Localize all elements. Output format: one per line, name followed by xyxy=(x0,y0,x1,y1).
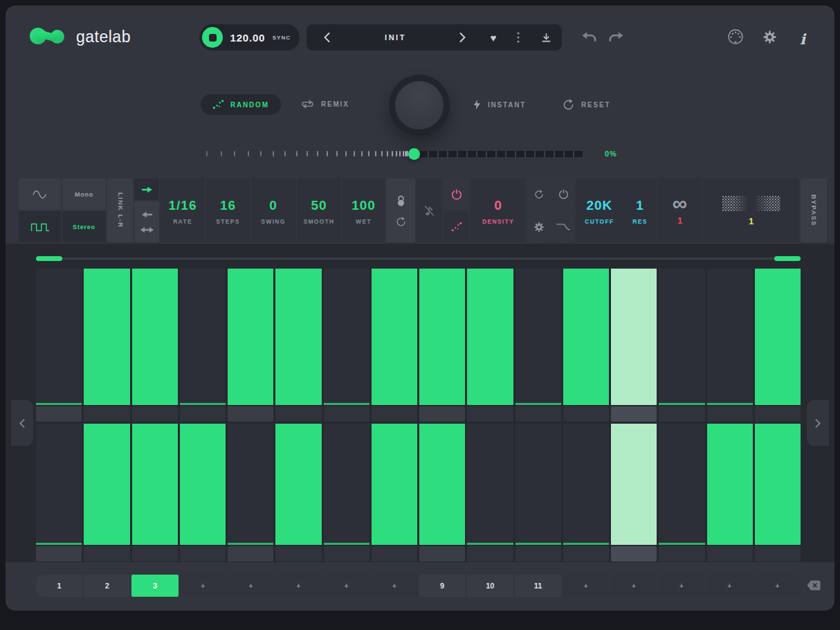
step-cell-right-channel-13[interactable] xyxy=(611,424,657,545)
step-length-box-left-channel-8[interactable] xyxy=(372,406,417,422)
undo-icon[interactable] xyxy=(581,31,596,42)
step-cell-left-channel-2[interactable] xyxy=(84,269,129,405)
direction-forward-button[interactable] xyxy=(134,179,159,200)
add-pattern-button-8[interactable]: + xyxy=(371,575,417,597)
step-length-box-right-channel-3[interactable] xyxy=(132,546,178,561)
step-length-box-left-channel-5[interactable] xyxy=(228,406,273,422)
step-length-box-right-channel-9[interactable] xyxy=(419,546,465,561)
step-cell-right-channel-5[interactable] xyxy=(228,424,273,545)
filter-type-button[interactable] xyxy=(552,211,574,242)
pattern-button-2[interactable]: 2 xyxy=(84,575,130,597)
arrow-left-icon[interactable] xyxy=(141,211,153,218)
density-control[interactable]: 0 DENSITY xyxy=(471,179,526,242)
random-amount-track[interactable] xyxy=(419,151,583,157)
cutoff-control[interactable]: 20K CUTOFF xyxy=(585,197,614,225)
add-pattern-button-13[interactable]: + xyxy=(610,575,657,597)
loop-end-handle[interactable] xyxy=(774,256,801,261)
loop-count-control[interactable]: ∞ 1 xyxy=(658,179,702,242)
pattern-button-10[interactable]: 10 xyxy=(467,575,513,597)
mono-button[interactable]: Mono xyxy=(62,179,106,210)
refresh-icon[interactable] xyxy=(396,217,406,227)
step-length-box-right-channel-16[interactable] xyxy=(755,546,801,561)
step-length-box-right-channel-13[interactable] xyxy=(611,546,657,561)
step-length-box-right-channel-4[interactable] xyxy=(180,546,226,561)
step-cell-left-channel-8[interactable] xyxy=(372,269,417,405)
step-cell-left-channel-16[interactable] xyxy=(755,269,801,405)
waveform-square-button[interactable] xyxy=(19,211,61,242)
step-length-box-right-channel-15[interactable] xyxy=(707,546,753,561)
step-cell-right-channel-10[interactable] xyxy=(467,424,513,545)
step-cell-left-channel-5[interactable] xyxy=(228,269,273,405)
step-cell-left-channel-13[interactable] xyxy=(611,269,657,405)
step-length-box-right-channel-8[interactable] xyxy=(372,546,417,561)
step-cell-left-channel-9[interactable] xyxy=(419,269,465,405)
step-cell-right-channel-1[interactable] xyxy=(36,424,82,545)
res-control[interactable]: 1 RES xyxy=(632,197,647,225)
step-cell-left-channel-10[interactable] xyxy=(467,269,513,405)
step-cell-left-channel-1[interactable] xyxy=(36,269,82,405)
add-pattern-button-12[interactable]: + xyxy=(563,575,609,597)
random-amount-thumb[interactable] xyxy=(408,148,420,160)
sync-toggle[interactable]: SYNC xyxy=(273,35,291,41)
add-pattern-button-6[interactable]: + xyxy=(275,575,322,597)
step-length-box-right-channel-11[interactable] xyxy=(515,546,561,561)
pattern-button-3[interactable]: 3 xyxy=(131,575,178,597)
step-length-box-left-channel-16[interactable] xyxy=(755,406,801,422)
step-cell-right-channel-4[interactable] xyxy=(180,424,226,545)
redo-icon[interactable] xyxy=(609,31,624,42)
stop-button[interactable] xyxy=(202,27,223,48)
add-pattern-button-16[interactable]: + xyxy=(754,575,801,597)
step-length-box-right-channel-1[interactable] xyxy=(36,546,82,561)
add-pattern-button-14[interactable]: + xyxy=(658,575,704,597)
reset-button[interactable]: RESET xyxy=(563,99,610,111)
step-length-box-right-channel-10[interactable] xyxy=(467,546,513,561)
preset-prev-button[interactable] xyxy=(307,24,347,51)
preset-name[interactable]: INIT xyxy=(347,33,444,42)
add-pattern-button-4[interactable]: + xyxy=(180,575,226,597)
info-icon[interactable]: i xyxy=(800,30,805,48)
pattern-prev-tab[interactable] xyxy=(11,400,33,446)
waveform-sine-button[interactable] xyxy=(19,179,61,210)
wet-control[interactable]: 100 WET xyxy=(343,179,385,242)
step-cell-left-channel-12[interactable] xyxy=(563,269,609,405)
step-cell-left-channel-11[interactable] xyxy=(515,269,561,405)
preset-menu-icon[interactable] xyxy=(506,24,530,51)
step-length-box-left-channel-7[interactable] xyxy=(324,406,369,422)
step-cell-right-channel-8[interactable] xyxy=(372,424,417,545)
step-length-box-left-channel-4[interactable] xyxy=(180,406,226,422)
step-length-box-left-channel-6[interactable] xyxy=(275,406,321,422)
step-cell-left-channel-3[interactable] xyxy=(132,269,178,405)
stereo-button[interactable]: Stereo xyxy=(62,211,106,242)
rate-control[interactable]: 1/16 RATE xyxy=(161,179,205,242)
random-mode-button[interactable]: RANDOM xyxy=(201,94,281,115)
step-length-box-left-channel-2[interactable] xyxy=(84,406,129,422)
loop-start-handle[interactable] xyxy=(36,256,62,261)
note-mute-button[interactable] xyxy=(417,179,442,242)
swing-control[interactable]: 0 SWING xyxy=(251,179,295,242)
pattern-button-9[interactable]: 9 xyxy=(419,575,466,597)
add-pattern-button-15[interactable]: + xyxy=(706,575,753,597)
smooth-control[interactable]: 50 SMOOTH xyxy=(297,179,341,242)
preset-save-icon[interactable] xyxy=(530,24,562,51)
step-cell-right-channel-14[interactable] xyxy=(659,424,704,545)
pattern-button-1[interactable]: 1 xyxy=(36,575,82,597)
step-length-box-left-channel-15[interactable] xyxy=(707,406,753,422)
pattern-next-tab[interactable] xyxy=(807,400,829,446)
density-cycle-button[interactable] xyxy=(527,179,551,210)
step-length-box-left-channel-11[interactable] xyxy=(515,406,561,422)
step-length-box-left-channel-14[interactable] xyxy=(659,406,704,422)
midi-icon[interactable] xyxy=(727,28,744,45)
step-length-box-left-channel-1[interactable] xyxy=(36,406,82,422)
instant-mode-button[interactable]: INSTANT xyxy=(473,99,526,110)
density-settings-button[interactable] xyxy=(527,211,551,242)
step-cell-right-channel-16[interactable] xyxy=(755,424,801,545)
step-length-box-right-channel-12[interactable] xyxy=(563,546,609,561)
step-cell-left-channel-14[interactable] xyxy=(659,269,704,405)
step-length-box-right-channel-5[interactable] xyxy=(228,546,273,561)
favorite-heart-icon[interactable]: ♥ xyxy=(480,24,506,51)
add-pattern-button-5[interactable]: + xyxy=(228,575,274,597)
step-cell-right-channel-11[interactable] xyxy=(515,424,561,545)
step-cell-right-channel-7[interactable] xyxy=(324,424,369,545)
step-cell-left-channel-15[interactable] xyxy=(707,269,753,405)
remix-mode-button[interactable]: REMIX xyxy=(301,99,349,109)
